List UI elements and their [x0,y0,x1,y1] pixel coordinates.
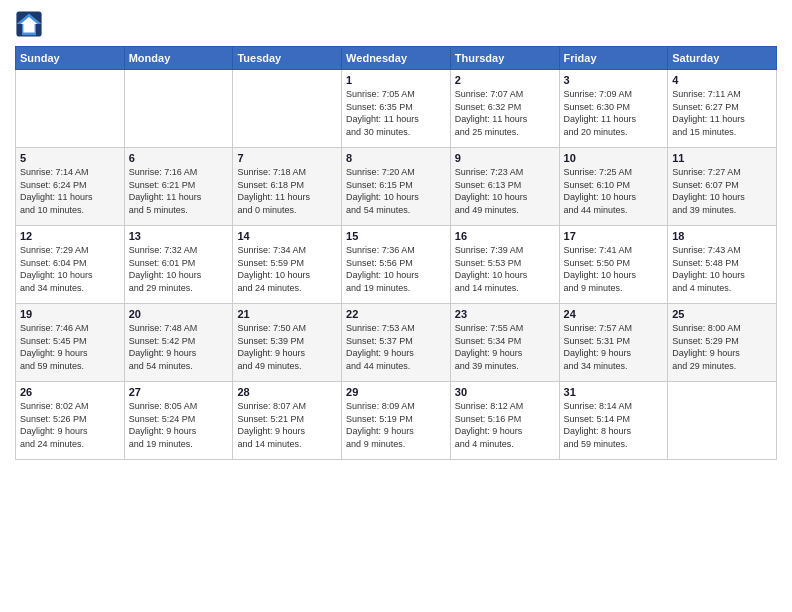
calendar: SundayMondayTuesdayWednesdayThursdayFrid… [15,46,777,460]
day-info: Sunrise: 8:07 AM Sunset: 5:21 PM Dayligh… [237,400,337,450]
day-number: 19 [20,308,120,320]
calendar-cell: 25Sunrise: 8:00 AM Sunset: 5:29 PM Dayli… [668,304,777,382]
calendar-cell: 4Sunrise: 7:11 AM Sunset: 6:27 PM Daylig… [668,70,777,148]
day-info: Sunrise: 7:14 AM Sunset: 6:24 PM Dayligh… [20,166,120,216]
day-info: Sunrise: 8:09 AM Sunset: 5:19 PM Dayligh… [346,400,446,450]
day-info: Sunrise: 8:05 AM Sunset: 5:24 PM Dayligh… [129,400,229,450]
day-number: 14 [237,230,337,242]
day-info: Sunrise: 7:20 AM Sunset: 6:15 PM Dayligh… [346,166,446,216]
calendar-cell [124,70,233,148]
calendar-week-4: 26Sunrise: 8:02 AM Sunset: 5:26 PM Dayli… [16,382,777,460]
day-info: Sunrise: 7:32 AM Sunset: 6:01 PM Dayligh… [129,244,229,294]
day-info: Sunrise: 7:34 AM Sunset: 5:59 PM Dayligh… [237,244,337,294]
day-number: 23 [455,308,555,320]
calendar-cell [668,382,777,460]
day-number: 2 [455,74,555,86]
day-info: Sunrise: 7:39 AM Sunset: 5:53 PM Dayligh… [455,244,555,294]
day-info: Sunrise: 7:09 AM Sunset: 6:30 PM Dayligh… [564,88,664,138]
logo [15,10,47,38]
day-number: 8 [346,152,446,164]
calendar-cell: 6Sunrise: 7:16 AM Sunset: 6:21 PM Daylig… [124,148,233,226]
day-number: 31 [564,386,664,398]
day-info: Sunrise: 7:43 AM Sunset: 5:48 PM Dayligh… [672,244,772,294]
day-info: Sunrise: 8:12 AM Sunset: 5:16 PM Dayligh… [455,400,555,450]
day-info: Sunrise: 7:36 AM Sunset: 5:56 PM Dayligh… [346,244,446,294]
day-number: 20 [129,308,229,320]
logo-icon [15,10,43,38]
day-number: 1 [346,74,446,86]
calendar-cell: 20Sunrise: 7:48 AM Sunset: 5:42 PM Dayli… [124,304,233,382]
weekday-header-wednesday: Wednesday [342,47,451,70]
weekday-header-thursday: Thursday [450,47,559,70]
day-info: Sunrise: 8:14 AM Sunset: 5:14 PM Dayligh… [564,400,664,450]
day-number: 30 [455,386,555,398]
calendar-cell: 28Sunrise: 8:07 AM Sunset: 5:21 PM Dayli… [233,382,342,460]
calendar-cell: 3Sunrise: 7:09 AM Sunset: 6:30 PM Daylig… [559,70,668,148]
calendar-week-1: 5Sunrise: 7:14 AM Sunset: 6:24 PM Daylig… [16,148,777,226]
day-info: Sunrise: 7:05 AM Sunset: 6:35 PM Dayligh… [346,88,446,138]
calendar-cell [233,70,342,148]
calendar-cell: 23Sunrise: 7:55 AM Sunset: 5:34 PM Dayli… [450,304,559,382]
day-info: Sunrise: 7:55 AM Sunset: 5:34 PM Dayligh… [455,322,555,372]
calendar-cell: 15Sunrise: 7:36 AM Sunset: 5:56 PM Dayli… [342,226,451,304]
calendar-cell: 18Sunrise: 7:43 AM Sunset: 5:48 PM Dayli… [668,226,777,304]
day-info: Sunrise: 7:48 AM Sunset: 5:42 PM Dayligh… [129,322,229,372]
calendar-cell: 13Sunrise: 7:32 AM Sunset: 6:01 PM Dayli… [124,226,233,304]
day-number: 18 [672,230,772,242]
day-number: 9 [455,152,555,164]
day-info: Sunrise: 7:07 AM Sunset: 6:32 PM Dayligh… [455,88,555,138]
day-number: 13 [129,230,229,242]
day-number: 25 [672,308,772,320]
calendar-cell: 12Sunrise: 7:29 AM Sunset: 6:04 PM Dayli… [16,226,125,304]
weekday-header-saturday: Saturday [668,47,777,70]
day-number: 5 [20,152,120,164]
page: SundayMondayTuesdayWednesdayThursdayFrid… [0,0,792,612]
calendar-cell: 21Sunrise: 7:50 AM Sunset: 5:39 PM Dayli… [233,304,342,382]
calendar-cell: 22Sunrise: 7:53 AM Sunset: 5:37 PM Dayli… [342,304,451,382]
calendar-cell: 9Sunrise: 7:23 AM Sunset: 6:13 PM Daylig… [450,148,559,226]
calendar-cell: 24Sunrise: 7:57 AM Sunset: 5:31 PM Dayli… [559,304,668,382]
day-number: 6 [129,152,229,164]
calendar-cell: 29Sunrise: 8:09 AM Sunset: 5:19 PM Dayli… [342,382,451,460]
calendar-cell: 27Sunrise: 8:05 AM Sunset: 5:24 PM Dayli… [124,382,233,460]
day-number: 27 [129,386,229,398]
day-info: Sunrise: 7:41 AM Sunset: 5:50 PM Dayligh… [564,244,664,294]
day-number: 12 [20,230,120,242]
day-number: 3 [564,74,664,86]
calendar-week-0: 1Sunrise: 7:05 AM Sunset: 6:35 PM Daylig… [16,70,777,148]
day-info: Sunrise: 7:29 AM Sunset: 6:04 PM Dayligh… [20,244,120,294]
calendar-cell: 14Sunrise: 7:34 AM Sunset: 5:59 PM Dayli… [233,226,342,304]
day-info: Sunrise: 7:46 AM Sunset: 5:45 PM Dayligh… [20,322,120,372]
calendar-cell: 2Sunrise: 7:07 AM Sunset: 6:32 PM Daylig… [450,70,559,148]
calendar-cell: 5Sunrise: 7:14 AM Sunset: 6:24 PM Daylig… [16,148,125,226]
day-info: Sunrise: 7:16 AM Sunset: 6:21 PM Dayligh… [129,166,229,216]
weekday-header-tuesday: Tuesday [233,47,342,70]
day-info: Sunrise: 7:18 AM Sunset: 6:18 PM Dayligh… [237,166,337,216]
calendar-cell: 19Sunrise: 7:46 AM Sunset: 5:45 PM Dayli… [16,304,125,382]
calendar-cell [16,70,125,148]
day-info: Sunrise: 7:27 AM Sunset: 6:07 PM Dayligh… [672,166,772,216]
day-number: 16 [455,230,555,242]
calendar-cell: 1Sunrise: 7:05 AM Sunset: 6:35 PM Daylig… [342,70,451,148]
weekday-header-friday: Friday [559,47,668,70]
calendar-cell: 10Sunrise: 7:25 AM Sunset: 6:10 PM Dayli… [559,148,668,226]
day-number: 21 [237,308,337,320]
day-number: 4 [672,74,772,86]
calendar-cell: 8Sunrise: 7:20 AM Sunset: 6:15 PM Daylig… [342,148,451,226]
day-number: 15 [346,230,446,242]
day-info: Sunrise: 7:23 AM Sunset: 6:13 PM Dayligh… [455,166,555,216]
calendar-cell: 11Sunrise: 7:27 AM Sunset: 6:07 PM Dayli… [668,148,777,226]
day-info: Sunrise: 8:00 AM Sunset: 5:29 PM Dayligh… [672,322,772,372]
day-number: 28 [237,386,337,398]
day-info: Sunrise: 7:11 AM Sunset: 6:27 PM Dayligh… [672,88,772,138]
calendar-cell: 31Sunrise: 8:14 AM Sunset: 5:14 PM Dayli… [559,382,668,460]
day-info: Sunrise: 7:25 AM Sunset: 6:10 PM Dayligh… [564,166,664,216]
day-number: 17 [564,230,664,242]
day-number: 24 [564,308,664,320]
calendar-week-3: 19Sunrise: 7:46 AM Sunset: 5:45 PM Dayli… [16,304,777,382]
weekday-header-monday: Monday [124,47,233,70]
day-info: Sunrise: 7:53 AM Sunset: 5:37 PM Dayligh… [346,322,446,372]
header [15,10,777,38]
calendar-cell: 26Sunrise: 8:02 AM Sunset: 5:26 PM Dayli… [16,382,125,460]
day-number: 7 [237,152,337,164]
